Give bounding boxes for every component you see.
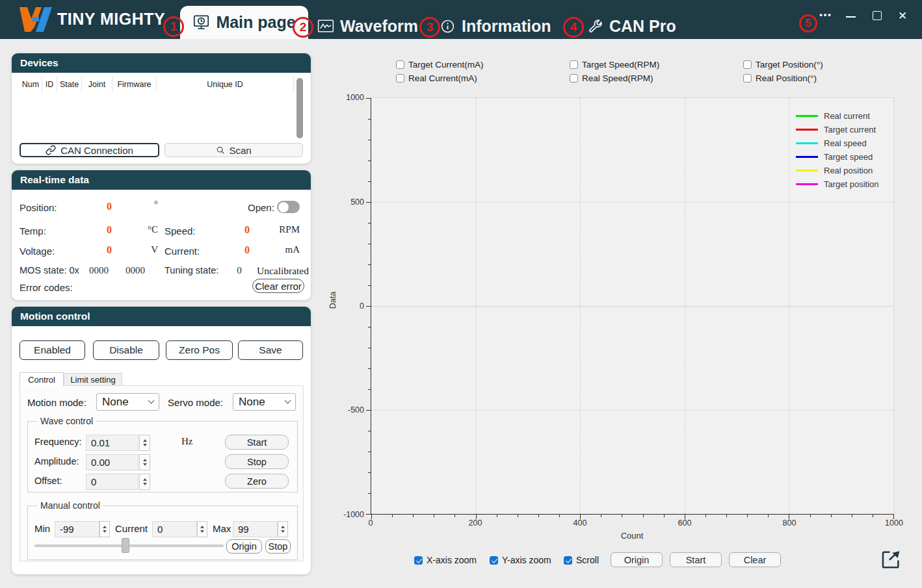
- scan-button[interactable]: Scan: [165, 143, 303, 157]
- min-stepper[interactable]: [99, 521, 110, 537]
- speed-label: Speed:: [165, 225, 196, 236]
- checkbox-icon: [490, 556, 498, 565]
- max-stepper[interactable]: [278, 521, 288, 537]
- motion-mode-label: Motion mode:: [27, 397, 86, 408]
- close-button[interactable]: ✕: [892, 6, 913, 25]
- y-tick-label: 0: [328, 301, 364, 311]
- tab-limit-setting[interactable]: Limit setting: [64, 373, 122, 386]
- servo-mode-select[interactable]: None: [233, 393, 296, 411]
- waveform-icon: [317, 18, 334, 34]
- legend-swatch: [796, 170, 818, 172]
- manual-origin-button[interactable]: Origin: [226, 539, 262, 554]
- chart-start-button[interactable]: Start: [670, 552, 722, 567]
- checkbox-target-current[interactable]: Target Current(mA): [396, 60, 484, 70]
- position-slider-handle[interactable]: [122, 538, 129, 553]
- checkbox-icon: [570, 60, 578, 69]
- error-codes-label: Error codes:: [20, 282, 73, 293]
- zero-pos-button[interactable]: Zero Pos: [166, 340, 233, 360]
- devices-table-body[interactable]: [20, 92, 302, 139]
- brand-title: TINY MIGHTY: [57, 10, 165, 29]
- checkbox-target-speed[interactable]: Target Speed(RPM): [570, 60, 659, 70]
- export-button[interactable]: [880, 548, 902, 573]
- spin-down-icon: [143, 444, 147, 446]
- checkbox-icon: [743, 60, 752, 69]
- temp-unit: °C: [132, 224, 158, 235]
- checkbox-x-axis-zoom[interactable]: X-axis zoom: [414, 555, 477, 565]
- current-unit: mA: [262, 244, 300, 255]
- checkbox-real-position[interactable]: Real Position(°): [743, 73, 817, 83]
- checkbox-target-position[interactable]: Target Position(°): [743, 60, 823, 70]
- y-tick-label: 500: [328, 198, 364, 207]
- wave-control-group: Wave control Frequency: 0.01 Hz Start Am…: [27, 421, 298, 492]
- manual-stop-button[interactable]: Stop: [265, 539, 291, 554]
- save-button[interactable]: Save: [238, 340, 303, 360]
- checkbox-scroll[interactable]: Scroll: [564, 555, 599, 565]
- offset-stepper[interactable]: [139, 474, 150, 490]
- checkbox-icon: [396, 60, 404, 69]
- annotation-circle-3: 3: [419, 17, 440, 38]
- frequency-label: Frequency:: [34, 437, 82, 447]
- tab-can-pro[interactable]: CAN Pro: [587, 16, 676, 36]
- spin-down-icon: [281, 530, 285, 533]
- disable-button[interactable]: Disable: [93, 340, 159, 360]
- y-tick-label: -1000: [328, 510, 364, 519]
- checkbox-real-speed[interactable]: Real Speed(RPM): [570, 73, 653, 83]
- offset-input[interactable]: 0: [86, 474, 138, 490]
- amplitude-input[interactable]: 0.00: [86, 454, 138, 470]
- legend-item: Real speed: [796, 136, 879, 150]
- checkbox-icon: [396, 74, 404, 83]
- minimize-icon: [846, 16, 856, 18]
- enabled-button[interactable]: Enabled: [20, 340, 85, 360]
- devices-scrollbar[interactable]: [296, 78, 303, 138]
- chart-clear-button[interactable]: Clear: [729, 552, 781, 567]
- frequency-stepper[interactable]: [139, 435, 150, 451]
- open-toggle[interactable]: [277, 201, 300, 213]
- monitor-icon: [192, 14, 210, 31]
- frequency-input[interactable]: 0.01: [86, 435, 138, 451]
- devices-panel-header: Devices: [12, 53, 311, 73]
- wave-zero-button[interactable]: Zero: [225, 474, 289, 489]
- wave-stop-button[interactable]: Stop: [225, 454, 289, 469]
- current-stepper[interactable]: [197, 521, 207, 537]
- temp-value: 0: [99, 224, 119, 236]
- toggle-knob: [278, 202, 289, 212]
- wave-start-button[interactable]: Start: [225, 435, 289, 450]
- info-icon: [440, 18, 456, 34]
- chart-legend: Real current Target current Real speed T…: [796, 109, 879, 191]
- checkbox-y-axis-zoom[interactable]: Y-axis zoom: [490, 555, 551, 565]
- legend-swatch: [796, 115, 818, 117]
- max-input[interactable]: 99: [233, 521, 278, 537]
- legend-swatch: [796, 142, 818, 144]
- amplitude-stepper[interactable]: [139, 454, 150, 470]
- checkbox-real-current[interactable]: Real Current(mA): [396, 73, 477, 83]
- can-connection-button[interactable]: CAN Connection: [20, 143, 159, 157]
- clear-error-button[interactable]: Clear error: [252, 279, 304, 293]
- tab-main-page[interactable]: Main page: [180, 6, 308, 39]
- checkbox-icon: [564, 556, 572, 565]
- app-window: TINY MIGHTY Main page Waveform: [0, 0, 922, 588]
- motion-mode-select[interactable]: None: [96, 393, 159, 411]
- tab-waveform[interactable]: Waveform: [317, 16, 418, 36]
- legend-item: Target position: [796, 177, 879, 191]
- position-unit: °: [132, 199, 158, 210]
- chart-origin-button[interactable]: Origin: [611, 552, 663, 567]
- current-input[interactable]: 0: [152, 521, 197, 537]
- motion-title: Motion control: [20, 311, 90, 322]
- maximize-button[interactable]: [867, 6, 888, 25]
- checkbox-icon: [743, 74, 752, 83]
- x-tick-label: 400: [564, 518, 596, 528]
- devices-title: Devices: [20, 57, 59, 69]
- minimize-button[interactable]: [840, 8, 861, 26]
- spin-up-icon: [143, 459, 147, 461]
- more-icon: •••: [819, 10, 832, 19]
- tab-control[interactable]: Control: [20, 372, 64, 386]
- spin-down-icon: [143, 463, 147, 466]
- more-button[interactable]: •••: [815, 5, 836, 23]
- spin-up-icon: [103, 526, 107, 528]
- tab-information[interactable]: Information: [440, 16, 551, 36]
- position-value: 0: [99, 201, 119, 212]
- legend-swatch: [796, 156, 818, 158]
- col-num: Num: [20, 77, 42, 92]
- checkbox-icon: [570, 74, 578, 83]
- min-input[interactable]: -99: [55, 521, 99, 537]
